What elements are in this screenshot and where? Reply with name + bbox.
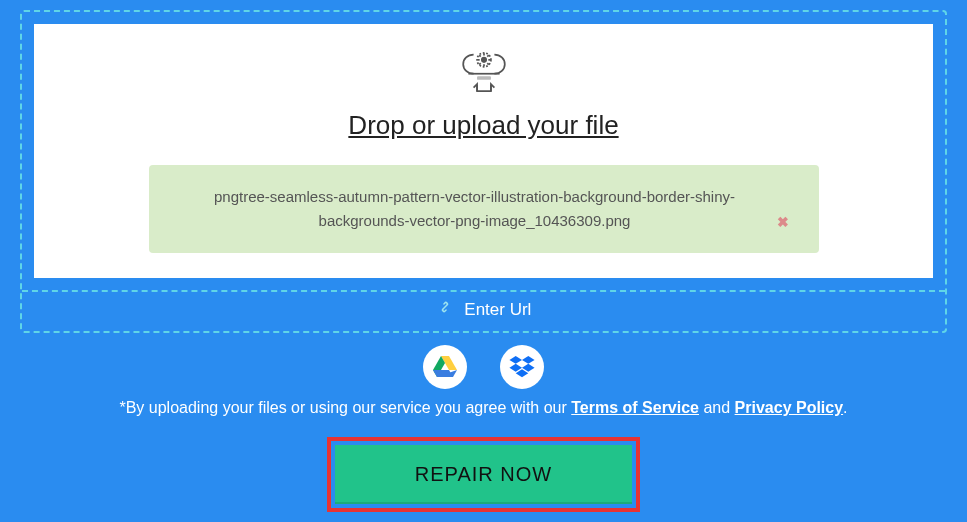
repair-now-button[interactable]: REPAIR NOW: [335, 445, 632, 504]
enter-url-link[interactable]: Enter Url: [22, 292, 945, 331]
google-drive-icon: [433, 356, 457, 378]
svg-point-1: [481, 58, 485, 62]
dropzone-inner[interactable]: Drop or upload your file pngtree-seamles…: [34, 24, 933, 278]
link-icon: [436, 298, 454, 321]
storage-providers-row: [20, 345, 947, 389]
svg-line-7: [487, 63, 488, 64]
remove-file-icon[interactable]: ✖: [777, 211, 789, 233]
enter-url-label: Enter Url: [464, 300, 531, 319]
dropbox-button[interactable]: [500, 345, 544, 389]
tos-link[interactable]: Terms of Service: [571, 399, 699, 416]
svg-line-9: [487, 55, 488, 56]
legal-text: *By uploading your files or using our se…: [20, 399, 947, 417]
svg-marker-16: [522, 356, 535, 364]
uploaded-file-chip: pngtree-seamless-autumn-pattern-vector-i…: [149, 165, 819, 253]
svg-marker-15: [509, 356, 522, 364]
svg-rect-10: [477, 76, 491, 79]
legal-mid: and: [699, 399, 735, 416]
cta-highlight-box: REPAIR NOW: [327, 437, 640, 512]
privacy-link[interactable]: Privacy Policy: [735, 399, 844, 416]
uploaded-file-name: pngtree-seamless-autumn-pattern-vector-i…: [179, 185, 771, 233]
legal-prefix: *By uploading your files or using our se…: [119, 399, 571, 416]
google-drive-button[interactable]: [423, 345, 467, 389]
legal-suffix: .: [843, 399, 847, 416]
svg-marker-14: [433, 370, 453, 377]
svg-line-8: [479, 63, 480, 64]
dropbox-icon: [509, 356, 535, 378]
cloud-upload-icon: [456, 46, 512, 98]
dropzone-title: Drop or upload your file: [59, 110, 908, 141]
svg-line-6: [479, 55, 480, 56]
dropzone[interactable]: Drop or upload your file pngtree-seamles…: [20, 10, 947, 333]
